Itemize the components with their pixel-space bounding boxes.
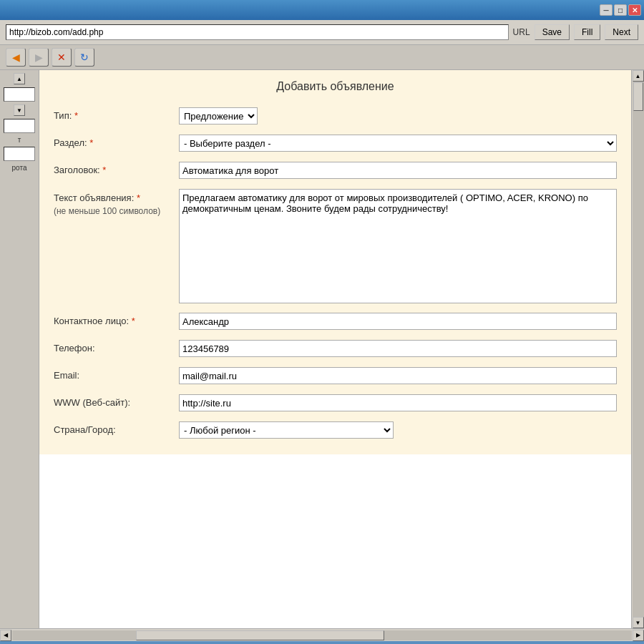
- tekst-field: Предлагаем автоматику для ворот от миров…: [179, 189, 617, 306]
- telefon-label: Телефон:: [54, 340, 179, 353]
- www-input[interactable]: [179, 394, 617, 411]
- strana-label: Страна/Город:: [54, 421, 179, 435]
- email-input[interactable]: [179, 367, 617, 384]
- telefon-row: Телефон:: [54, 340, 617, 360]
- fill-button[interactable]: Fill: [574, 24, 600, 40]
- tekst-row: Текст объявления: * (не меньше 100 симво…: [54, 189, 617, 306]
- save-button[interactable]: Save: [535, 24, 570, 40]
- strana-row: Страна/Город: - Любой регион -: [54, 421, 617, 441]
- h-scroll-left[interactable]: ◀: [0, 630, 11, 641]
- h-scroll-thumb[interactable]: [136, 630, 384, 640]
- kontakt-field: [179, 313, 617, 330]
- forward-button[interactable]: ▶: [29, 48, 49, 67]
- right-scrollbar: ▲ ▼: [631, 70, 644, 628]
- tip-row: Тип: * Предложение: [54, 107, 617, 127]
- maximize-button[interactable]: □: [614, 4, 627, 16]
- zagolovok-row: Заголовок: *: [54, 162, 617, 182]
- strana-field: - Любой регион -: [179, 421, 617, 439]
- stop-button[interactable]: ✕: [52, 48, 72, 67]
- razdel-select[interactable]: - Выберите раздел -: [179, 135, 617, 152]
- kontakt-label: Контактное лицо: *: [54, 313, 179, 326]
- scroll-up-button[interactable]: ▲: [633, 70, 644, 82]
- tekst-textarea[interactable]: Предлагаем автоматику для ворот от миров…: [179, 189, 617, 303]
- close-button[interactable]: ✕: [628, 4, 641, 16]
- razdel-label: Раздел: *: [54, 135, 179, 148]
- razdel-row: Раздел: * - Выберите раздел -: [54, 135, 617, 155]
- razdel-field: - Выберите раздел -: [179, 135, 617, 152]
- kontakt-input[interactable]: [179, 313, 617, 330]
- browser-chrome: URL Save Fill Next: [0, 20, 644, 45]
- sidebar-scroll-down[interactable]: ▼: [14, 104, 25, 116]
- kontakt-row: Контактное лицо: *: [54, 313, 617, 333]
- email-field: [179, 367, 617, 384]
- web-content: Добавить объявление Тип: * Предложение: [39, 70, 631, 628]
- scroll-down-button[interactable]: ▼: [633, 617, 644, 628]
- minimize-button[interactable]: ─: [600, 4, 613, 16]
- title-bar: ─ □ ✕: [0, 0, 644, 20]
- scroll-thumb[interactable]: [633, 82, 643, 111]
- url-input[interactable]: [6, 24, 509, 40]
- www-field: [179, 394, 617, 411]
- sidebar-label-1: т: [18, 136, 21, 144]
- form-page: Добавить объявление Тип: * Предложение: [39, 70, 631, 628]
- h-scroll-track[interactable]: [12, 630, 632, 640]
- sidebar-input-3[interactable]: [4, 147, 35, 161]
- zagolovok-input[interactable]: [179, 162, 617, 179]
- email-label: Email:: [54, 367, 179, 381]
- left-sidebar: ▲ ▼ т рота: [0, 70, 39, 628]
- sidebar-input-2[interactable]: [4, 119, 35, 133]
- refresh-button[interactable]: ↻: [74, 48, 94, 67]
- scroll-track[interactable]: [633, 82, 644, 617]
- tekst-label: Текст объявления: * (не меньше 100 симво…: [54, 189, 179, 218]
- telefon-input[interactable]: [179, 340, 617, 357]
- back-button[interactable]: ◀: [6, 48, 26, 67]
- nav-bar: ◀ ▶ ✕ ↻: [0, 45, 644, 70]
- www-label: WWW (Веб-сайт):: [54, 394, 179, 408]
- strana-select[interactable]: - Любой регион -: [179, 421, 394, 439]
- zagolovok-field: [179, 162, 617, 179]
- tip-field: Предложение: [179, 107, 617, 125]
- sidebar-scroll-up[interactable]: ▲: [14, 73, 25, 84]
- url-label: URL: [513, 27, 530, 37]
- zagolovok-label: Заголовок: *: [54, 162, 179, 175]
- window-controls: ─ □ ✕: [600, 4, 641, 16]
- www-row: WWW (Веб-сайт):: [54, 394, 617, 414]
- h-scroll-right[interactable]: ▶: [633, 630, 644, 641]
- tip-select[interactable]: Предложение: [179, 107, 258, 125]
- next-button[interactable]: Next: [605, 24, 638, 40]
- form-body: Тип: * Предложение Раздел: *: [39, 102, 631, 454]
- telefon-field: [179, 340, 617, 357]
- email-row: Email:: [54, 367, 617, 387]
- sidebar-label-2: рота: [12, 164, 27, 172]
- main-area: ▲ ▼ т рота Добавить объявление Тип: * Пр…: [0, 70, 644, 628]
- sidebar-input-1[interactable]: [4, 87, 35, 102]
- bottom-scrollbar: ◀ ▶: [0, 628, 644, 641]
- form-title: Добавить объявление: [39, 70, 631, 102]
- tip-label: Тип: *: [54, 107, 179, 121]
